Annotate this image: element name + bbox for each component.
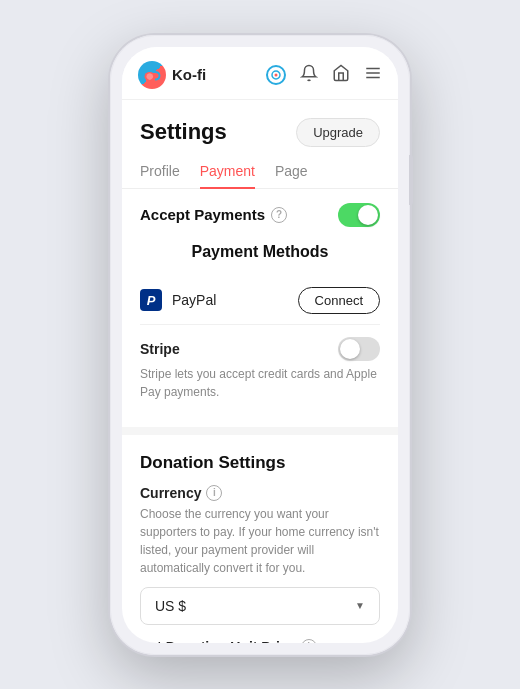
stripe-row: Stripe Stripe lets you accept credit car… xyxy=(140,325,380,413)
side-button xyxy=(409,155,413,205)
settings-title: Settings xyxy=(140,119,227,145)
svg-point-2 xyxy=(275,73,278,76)
app-name: Ko-fi xyxy=(172,66,206,83)
section-divider xyxy=(122,427,398,435)
donation-settings-section: Donation Settings Currency i Choose the … xyxy=(122,435,398,643)
currency-value: US $ xyxy=(155,598,186,614)
accept-payments-help-icon[interactable]: ? xyxy=(271,207,287,223)
donation-unit-help-icon[interactable]: i xyxy=(301,639,317,643)
payment-methods-section: Payment Methods P PayPal Connect Stripe xyxy=(122,243,398,413)
kofi-logo-icon xyxy=(138,61,166,89)
menu-icon[interactable] xyxy=(364,64,382,86)
dropdown-arrow-icon: ▼ xyxy=(355,600,365,611)
accept-payments-label: Accept Payments ? xyxy=(140,206,287,223)
upgrade-button[interactable]: Upgrade xyxy=(296,118,380,147)
nav-icons xyxy=(266,64,382,86)
home-icon[interactable] xyxy=(332,64,350,86)
circle-nav-icon[interactable] xyxy=(266,65,286,85)
accept-payments-row: Accept Payments ? xyxy=(122,203,398,227)
toggle-knob xyxy=(358,205,378,225)
currency-label: Currency i xyxy=(140,485,380,501)
phone-frame: Ko-fi xyxy=(110,35,410,655)
donation-unit-label: Set Donation Unit Price i xyxy=(140,639,380,643)
currency-select[interactable]: US $ ▼ xyxy=(140,587,380,625)
accept-payments-toggle[interactable] xyxy=(338,203,380,227)
stripe-toggle[interactable] xyxy=(338,337,380,361)
payment-methods-title: Payment Methods xyxy=(140,243,380,261)
tabs-bar: Profile Payment Page xyxy=(122,155,398,189)
paypal-info: P PayPal xyxy=(140,289,216,311)
stripe-description: Stripe lets you accept credit cards and … xyxy=(140,365,380,401)
paypal-name: PayPal xyxy=(172,292,216,308)
tab-payment[interactable]: Payment xyxy=(200,155,255,189)
donation-settings-title: Donation Settings xyxy=(140,453,380,473)
tab-page[interactable]: Page xyxy=(275,155,308,189)
currency-help-icon[interactable]: i xyxy=(206,485,222,501)
nav-logo: Ko-fi xyxy=(138,61,266,89)
nav-bar: Ko-fi xyxy=(122,47,398,100)
currency-description: Choose the currency you want your suppor… xyxy=(140,505,380,577)
paypal-connect-button[interactable]: Connect xyxy=(298,287,380,314)
paypal-row: P PayPal Connect xyxy=(140,277,380,325)
bell-icon[interactable] xyxy=(300,64,318,86)
paypal-icon: P xyxy=(140,289,162,311)
settings-header: Settings Upgrade xyxy=(122,100,398,155)
content-area: Settings Upgrade Profile Payment Page Ac… xyxy=(122,100,398,643)
phone-screen: Ko-fi xyxy=(122,47,398,643)
stripe-toggle-knob xyxy=(340,339,360,359)
stripe-name: Stripe xyxy=(140,341,180,357)
tab-profile[interactable]: Profile xyxy=(140,155,180,189)
stripe-header: Stripe xyxy=(140,337,380,361)
